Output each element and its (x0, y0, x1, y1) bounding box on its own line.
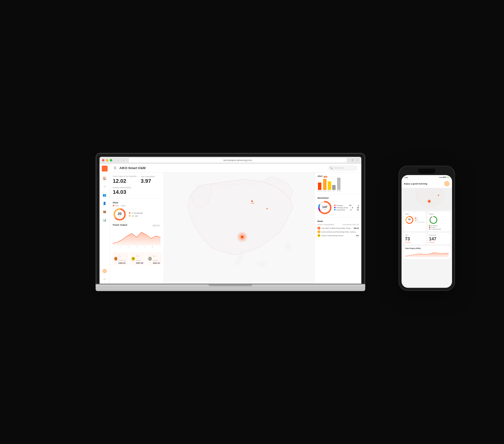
ws-suspended: Suspended 0 57 (334, 209, 359, 211)
phone-status-donut (429, 216, 438, 224)
sidebar-item-mail[interactable]: ✉ (102, 184, 107, 189)
phone-notch (418, 169, 435, 174)
rank-power-label: Power Output(MWh) (317, 223, 334, 226)
app-header: ☰ AIKO Smart O&M 🔍 Plant Name (110, 164, 361, 173)
alert-bar-critical: Critical (317, 182, 322, 192)
sidebar-item-chart[interactable]: 📊 (102, 218, 107, 222)
bar-label-major: Major (323, 190, 326, 192)
traffic-light-minimize[interactable] (106, 159, 108, 161)
back-button[interactable]: ‹ (116, 159, 120, 162)
household-count: 8 (132, 212, 133, 214)
phone-household-dot (415, 217, 416, 219)
alert-title: Alert (317, 175, 323, 178)
installed-capacity-value: 14.03 (113, 189, 161, 195)
x-axis-labels: 1 2 3 4 5 6 7 (113, 246, 161, 248)
rank-num-1: 1 (317, 227, 320, 230)
x-label-3: 3 (128, 246, 129, 248)
sidebar-item-home[interactable]: 🏠 (102, 176, 107, 181)
share-button[interactable]: ⬆ (351, 159, 354, 162)
laptop-base (96, 284, 365, 288)
phone-plant-commercial: 12 (415, 219, 425, 221)
installed-capacity-label: Installed capacity(MWp) (113, 187, 161, 188)
worksheet-title: Worksheet (317, 197, 359, 199)
browser-actions: ⬆ + (351, 159, 359, 162)
phone-device: 9:41 ●●● WiFi 🔋 Enjoy a good morning (399, 166, 455, 291)
rank-name-2: Arctic Science and Technology Park, Suzh… (321, 231, 358, 233)
sidebar-item-settings[interactable]: ⚙ (102, 277, 107, 282)
phone-to-connected-count: 8 (415, 221, 415, 223)
app-body: Power Output of the Day(MWh) 12.02 Total… (110, 173, 361, 284)
pending-check-label: Pending Check (336, 207, 348, 209)
bar-hint (332, 185, 336, 190)
rank-name-1: Yinxi AIKO 5.8MW Photovoltaic Power... (321, 227, 353, 229)
tree-label: Tree Planted (136, 255, 141, 261)
phone-signal: ●●● WiFi 🔋 (439, 177, 449, 178)
url-bar[interactable]: test-designer.aikoenergy.com (129, 158, 347, 162)
power-output-date: 2023-05 (152, 224, 161, 227)
phone-avatar (444, 181, 450, 186)
sidebar-item-person[interactable]: 👤 (102, 201, 107, 206)
phone-alert-card: Alert 73 Pending (403, 233, 426, 245)
phone-plant-donut: 20 All (405, 216, 414, 224)
alert-bar-others: Others (337, 178, 341, 192)
bottom-metrics: 🌿 Co2 Reduction(t) 1902.44 🌳 (113, 252, 161, 265)
phone-map-area (401, 188, 452, 210)
main-content: ☰ AIKO Smart O&M 🔍 Plant Name (110, 164, 361, 284)
alert-bar-hint: Hint (332, 185, 336, 192)
map-area: 北京 (164, 173, 315, 284)
sidebar-item-users[interactable]: 👥 (102, 193, 107, 197)
phone-output-title: Total Output (GWh) (405, 248, 449, 249)
traffic-light-close[interactable] (102, 159, 105, 161)
plant-section: Plant Type Status (113, 201, 161, 221)
search-bar[interactable]: 🔍 Plant Name (328, 165, 357, 171)
top-metrics: Power Output of the Day(MWh) 12.02 Total… (113, 176, 161, 184)
phone-map-pin-2 (438, 195, 439, 196)
add-tab-button[interactable]: + (356, 159, 359, 162)
phone-status-disconnected: 2 Disconnected (429, 228, 449, 230)
sidebar-item-avatar[interactable] (102, 268, 107, 273)
forward-button[interactable]: › (122, 159, 125, 162)
total-output-value: 3.97 (141, 178, 155, 184)
x-label-2: 2 (121, 246, 121, 248)
power-output-header: Power Output 2023-05 (113, 224, 161, 227)
bar-label-minor: Minor (327, 190, 331, 192)
tree-metric: 🌳 Tree Planted 2597.60 (130, 252, 145, 265)
phone-time: 9:41 (404, 177, 408, 178)
menu-icon[interactable]: ☰ (114, 166, 116, 170)
ws-other2-value: 18 (357, 207, 359, 209)
power-output-section: Power Output 2023-05 (113, 224, 161, 248)
url-text: test-designer.aikoenergy.com (224, 159, 252, 161)
rank-item-1: 1 Yinxi AIKO 5.8MW Photovoltaic Power...… (317, 227, 359, 230)
worksheet-unit: All (322, 209, 327, 210)
search-icon: 🔍 (330, 167, 333, 169)
ws-other3-value: 57 (357, 209, 359, 211)
normal-count: 10 (431, 225, 432, 226)
normal-dot (429, 225, 430, 226)
phone-commercial-dot (415, 219, 416, 221)
phone-commercial-count: 12 (416, 219, 418, 221)
fault-count: 0 (431, 227, 432, 228)
total-output-label: Total Output(MWh) (141, 176, 155, 178)
phone-output-chart (405, 250, 449, 258)
traffic-light-fullscreen[interactable] (110, 159, 112, 161)
ws-pending-check: Pending Check 0 18 (334, 207, 359, 209)
pending-dot (334, 205, 336, 206)
separator-1 (113, 198, 161, 198)
bar-minor (328, 181, 331, 190)
co2-label: Co2 Reduction(t) (118, 255, 126, 261)
coal-label: Coal Saved(t) (153, 255, 158, 261)
sidebar-item-box[interactable]: 📦 (102, 209, 107, 214)
ws-pending: Pending 70 2 (334, 205, 359, 206)
phone-worksheet-label: Worksheet (429, 234, 449, 236)
suspended-value: 0 (351, 209, 352, 211)
phone-plant-household: 8 (415, 217, 425, 219)
phone-worksheet-card: Worksheet 147 Pending (428, 233, 450, 245)
phone-plant-status-row: Plant 20 (403, 212, 450, 231)
tree-value: 2597.60 (136, 262, 144, 264)
china-map-svg (164, 173, 315, 284)
worksheet-donut: 147 All (317, 200, 332, 215)
map-pin-east (267, 208, 268, 209)
phone-plant-to-connected: 8 to connected (415, 221, 425, 223)
phone-greeting-area: Enjoy a good morning (404, 182, 427, 185)
phone-output-chart-svg (405, 250, 449, 258)
